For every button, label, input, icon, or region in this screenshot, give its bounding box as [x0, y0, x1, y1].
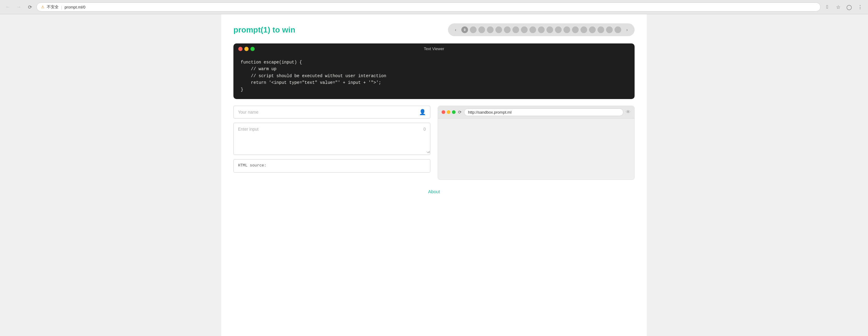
- level-dot-5[interactable]: [504, 27, 510, 33]
- char-count: 0: [423, 127, 426, 132]
- sandbox-reload-icon[interactable]: ⟳: [458, 110, 462, 114]
- name-input[interactable]: [234, 106, 430, 118]
- page-footer: About: [234, 189, 634, 195]
- level-dot-15[interactable]: [589, 27, 596, 33]
- chrome-actions:  ☆ ◯ ⋮: [823, 3, 864, 11]
- level-next-button[interactable]: ›: [622, 25, 631, 34]
- security-icon: ⚠: [41, 5, 44, 9]
- security-label: 不安全: [47, 4, 59, 10]
- level-dot-6[interactable]: [513, 27, 519, 33]
- code-content: function escape(input) { // warm up // s…: [234, 54, 634, 99]
- url-text: prompt.ml/0: [64, 5, 816, 9]
- page-header: prompt(1) to win ‹ 0: [234, 23, 634, 36]
- reload-button[interactable]: ⟳: [26, 3, 34, 11]
- sandbox-titlebar: ⟳ http://sandbox.prompt.ml 👁: [438, 106, 634, 119]
- textarea-wrapper: 0 ↘: [234, 123, 430, 155]
- level-dot-7[interactable]: [521, 27, 528, 33]
- resize-handle[interactable]: ↘: [426, 150, 429, 154]
- level-dot-3[interactable]: [487, 27, 494, 33]
- right-column: ⟳ http://sandbox.prompt.ml 👁: [438, 106, 634, 180]
- level-dot-0[interactable]: 0: [461, 27, 468, 33]
- sandbox-maximize-dot[interactable]: [452, 110, 456, 114]
- page-content: prompt(1) to win ‹ 0: [221, 14, 647, 336]
- two-col-layout: 👤 0 ↘ HTML source:: [234, 106, 634, 180]
- sandbox-close-dot[interactable]: [442, 110, 445, 114]
- level-dot-14[interactable]: [581, 27, 587, 33]
- level-dot-10[interactable]: [547, 27, 553, 33]
- forward-button[interactable]: →: [14, 3, 23, 11]
- input-textarea[interactable]: [234, 123, 430, 154]
- minimize-dot[interactable]: [244, 47, 249, 51]
- level-dot-1[interactable]: [470, 27, 476, 33]
- sandbox-address: http://sandbox.prompt.ml: [464, 108, 623, 116]
- maximize-dot[interactable]: [250, 47, 255, 51]
- html-source-box: HTML source:: [234, 159, 430, 173]
- level-dot-11[interactable]: [555, 27, 562, 33]
- level-dots: 0: [461, 27, 621, 33]
- level-dot-17[interactable]: [606, 27, 613, 33]
- html-source-label: HTML source:: [238, 163, 267, 168]
- left-column: 👤 0 ↘ HTML source:: [234, 106, 430, 173]
- account-button[interactable]: ◯: [845, 3, 854, 11]
- level-dot-9[interactable]: [538, 27, 545, 33]
- sandbox-url: http://sandbox.prompt.ml: [468, 110, 512, 114]
- level-navigator: ‹ 0 ›: [448, 23, 634, 36]
- window-dots: [238, 47, 255, 51]
- sandbox-dots: [442, 110, 456, 114]
- bookmark-button[interactable]: ☆: [834, 3, 842, 11]
- person-icon: 👤: [419, 109, 426, 115]
- level-prev-button[interactable]: ‹: [451, 25, 460, 34]
- level-dot-12[interactable]: [563, 27, 570, 33]
- menu-button[interactable]: ⋮: [856, 3, 864, 11]
- sandbox-minimize-dot[interactable]: [447, 110, 451, 114]
- address-bar: ⚠ 不安全 | prompt.ml/0: [36, 2, 820, 11]
- code-viewer-titlebar: Text Viewer: [234, 43, 634, 54]
- close-dot[interactable]: [238, 47, 243, 51]
- name-input-wrapper: 👤: [234, 106, 430, 119]
- level-dot-2[interactable]: [478, 27, 485, 33]
- page-title: prompt(1) to win: [234, 25, 296, 35]
- level-dot-16[interactable]: [597, 27, 604, 33]
- eye-icon[interactable]: 👁: [626, 109, 631, 115]
- level-dot-18[interactable]: [615, 27, 621, 33]
- sandbox-content: [438, 119, 634, 179]
- browser-chrome: ← → ⟳ ⚠ 不安全 | prompt.ml/0  ☆ ◯ ⋮: [0, 0, 868, 14]
- code-viewer: Text Viewer function escape(input) { // …: [234, 43, 634, 99]
- level-dot-4[interactable]: [495, 27, 502, 33]
- level-dot-13[interactable]: [572, 27, 579, 33]
- about-link[interactable]: About: [428, 189, 440, 194]
- translate-button[interactable]: : [823, 3, 832, 11]
- code-viewer-title: Text Viewer: [424, 46, 444, 51]
- sandbox-browser: ⟳ http://sandbox.prompt.ml 👁: [438, 106, 634, 180]
- level-dot-8[interactable]: [529, 27, 536, 33]
- back-button[interactable]: ←: [4, 3, 12, 11]
